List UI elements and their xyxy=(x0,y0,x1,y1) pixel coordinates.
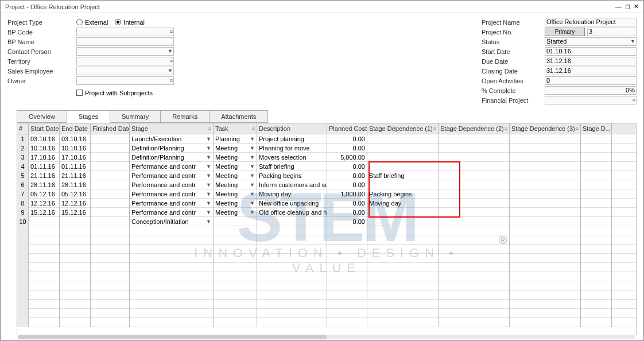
chevron-down-icon[interactable]: ▼ xyxy=(250,154,255,160)
cell-start-date[interactable]: 01.11.16 xyxy=(29,162,60,171)
cell-finished-date[interactable] xyxy=(91,189,130,199)
cell-stage[interactable]: Launch/Execution▼ xyxy=(130,134,214,144)
cell-start-date[interactable]: 05.12.16 xyxy=(29,189,60,199)
cell-task[interactable]: Meeting▼ xyxy=(214,180,257,189)
cell-start-date[interactable]: 10.10.16 xyxy=(29,144,60,153)
cell-dep3[interactable] xyxy=(510,189,581,199)
col-end-date[interactable]: End Date xyxy=(60,123,91,134)
primary-button[interactable]: Primary xyxy=(545,28,585,36)
tab-overview[interactable]: Overview xyxy=(17,110,67,123)
cell-dep1[interactable] xyxy=(367,208,439,217)
cell-finished-date[interactable] xyxy=(91,153,130,162)
cell-description[interactable]: Planning for move xyxy=(257,144,327,153)
cell-stage[interactable]: Performance and contr▼ xyxy=(130,199,214,208)
cell-end-date[interactable]: 17.10.16 xyxy=(60,153,91,162)
cell-task[interactable]: Planning▼ xyxy=(214,134,257,144)
chevron-down-icon[interactable]: ▼ xyxy=(206,191,211,197)
cell-dep2[interactable] xyxy=(439,208,510,217)
cell-dep4[interactable] xyxy=(581,162,612,171)
open-act-input[interactable]: 0 xyxy=(545,76,637,85)
cell-dep4[interactable] xyxy=(581,171,612,180)
status-input[interactable]: Started▼ xyxy=(545,37,637,46)
cell-description[interactable]: Old office cleanup and han xyxy=(257,208,327,217)
chevron-down-icon[interactable]: ▼ xyxy=(206,173,211,179)
chevron-down-icon[interactable]: ▼ xyxy=(206,210,211,215)
col-dep3[interactable]: Stage Dependence (3)≡ xyxy=(510,123,581,134)
cell-start-date[interactable]: 03.10.16 xyxy=(29,134,60,144)
chevron-down-icon[interactable]: ▼ xyxy=(206,182,211,188)
cell-stage[interactable]: Definition/Planning▼ xyxy=(130,153,214,162)
proj-no-input[interactable]: 3 xyxy=(587,28,637,36)
cell-task[interactable]: Meeting▼ xyxy=(214,162,257,171)
cell-dep4[interactable] xyxy=(581,199,612,208)
chevron-down-icon[interactable]: ▼ xyxy=(250,136,255,142)
cell-task[interactable]: Meeting▼ xyxy=(214,189,257,199)
cell-dep3[interactable] xyxy=(510,199,581,208)
minimize-icon[interactable]: — xyxy=(615,3,622,10)
cell-start-date[interactable]: 21.11.16 xyxy=(29,171,60,180)
menu-icon[interactable]: ≡ xyxy=(208,126,211,131)
cell-description[interactable] xyxy=(257,217,327,226)
table-row[interactable]: 10Conception/Initiation▼0.00 xyxy=(17,217,636,226)
territory-input[interactable]: ≡ xyxy=(76,57,174,65)
col-task[interactable]: Task≡ xyxy=(214,123,257,134)
cell-dep4[interactable] xyxy=(581,180,612,189)
chevron-down-icon[interactable]: ▼ xyxy=(250,200,255,206)
cell-stage[interactable]: Performance and contr▼ xyxy=(130,162,214,171)
cell-stage[interactable]: Performance and contr▼ xyxy=(130,171,214,180)
cell-finished-date[interactable] xyxy=(91,162,130,171)
cell-end-date[interactable]: 21.11.16 xyxy=(60,171,91,180)
chevron-down-icon[interactable]: ▼ xyxy=(250,210,255,215)
cell-dep1[interactable] xyxy=(367,180,439,189)
cell-planned-cost[interactable]: 0.00 xyxy=(327,208,367,217)
due-date-input[interactable]: 31.12.16 xyxy=(545,57,637,65)
cell-stage[interactable]: Definition/Planning▼ xyxy=(130,144,214,153)
cell-planned-cost[interactable]: 0.00 xyxy=(327,134,367,144)
cell-dep3[interactable] xyxy=(510,162,581,171)
chevron-down-icon[interactable]: ▼ xyxy=(206,200,211,206)
table-row[interactable]: 705.12.1605.12.16Performance and contr▼M… xyxy=(17,189,636,199)
cell-description[interactable]: Project planning xyxy=(257,134,327,144)
cell-dep2[interactable] xyxy=(439,153,510,162)
cell-finished-date[interactable] xyxy=(91,144,130,153)
cell-start-date[interactable]: 15.12.16 xyxy=(29,208,60,217)
cell-end-date[interactable]: 01.11.16 xyxy=(60,162,91,171)
col-description[interactable]: Description xyxy=(257,123,327,134)
col-rownum[interactable]: # xyxy=(17,123,29,134)
cell-stage[interactable]: Performance and contr▼ xyxy=(130,208,214,217)
table-row[interactable]: 210.10.1610.10.16Definition/Planning▼Mee… xyxy=(17,144,636,153)
chevron-down-icon[interactable]: ▼ xyxy=(250,191,255,197)
menu-icon[interactable]: ≡ xyxy=(252,126,255,131)
chevron-down-icon[interactable]: ▼ xyxy=(206,164,211,169)
start-date-input[interactable]: 01.10.16 xyxy=(545,47,637,56)
cell-finished-date[interactable] xyxy=(91,180,130,189)
cell-description[interactable]: Moving day xyxy=(257,189,327,199)
col-start-date[interactable]: Start Date xyxy=(29,123,60,134)
cell-dep1[interactable] xyxy=(367,162,439,171)
fin-proj-input[interactable]: ≡ xyxy=(545,96,637,104)
cell-dep2[interactable] xyxy=(439,171,510,180)
cell-stage[interactable]: Performance and contr▼ xyxy=(130,189,214,199)
cell-end-date[interactable]: 10.10.16 xyxy=(60,144,91,153)
menu-icon[interactable]: ≡ xyxy=(433,126,436,131)
cell-dep2[interactable] xyxy=(439,162,510,171)
cell-dep2[interactable] xyxy=(439,217,510,226)
owner-input[interactable]: ≡ xyxy=(76,76,174,85)
cell-dep1[interactable] xyxy=(367,217,439,226)
cell-dep2[interactable] xyxy=(439,144,510,153)
maximize-icon[interactable]: ◻ xyxy=(625,3,630,10)
bp-name-input[interactable] xyxy=(76,37,174,46)
cell-task[interactable]: Meeting▼ xyxy=(214,171,257,180)
cell-dep2[interactable] xyxy=(439,199,510,208)
cell-task[interactable]: Meeting▼ xyxy=(214,153,257,162)
table-row[interactable]: 103.10.1603.10.16Launch/Execution▼Planni… xyxy=(17,134,636,144)
table-row[interactable]: 317.10.1617.10.16Definition/Planning▼Mee… xyxy=(17,153,636,162)
cell-stage[interactable]: Performance and contr▼ xyxy=(130,180,214,189)
cell-dep1[interactable]: Moving day xyxy=(367,199,439,208)
cell-start-date[interactable]: 12.12.16 xyxy=(29,199,60,208)
cell-dep1[interactable] xyxy=(367,153,439,162)
cell-dep3[interactable] xyxy=(510,144,581,153)
col-dep2[interactable]: Stage Dependence (2)≡ xyxy=(439,123,510,134)
col-planned-cost[interactable]: Planned Cost xyxy=(327,123,367,134)
cell-dep3[interactable] xyxy=(510,180,581,189)
